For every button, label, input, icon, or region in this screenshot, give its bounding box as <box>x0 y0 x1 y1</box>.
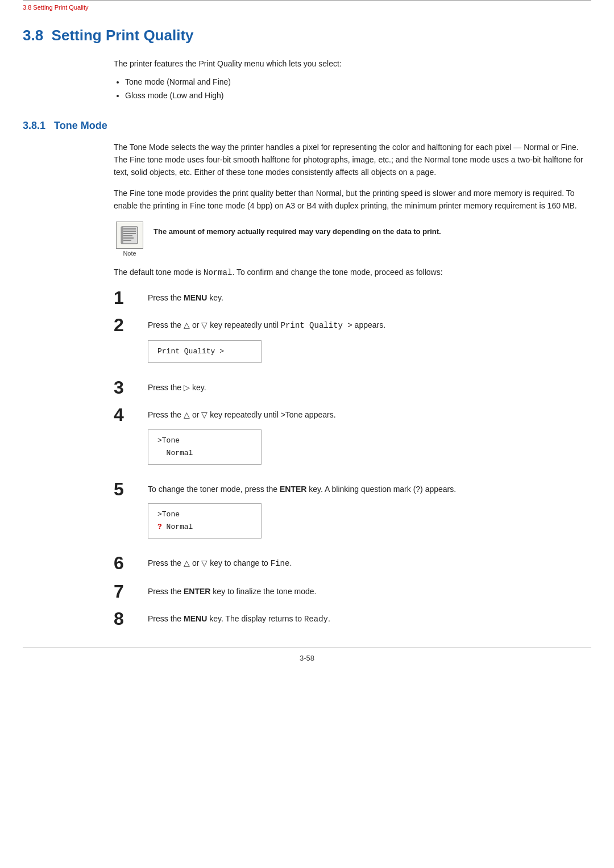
enter-bold-5: ENTER <box>280 485 306 494</box>
svg-rect-1 <box>123 228 136 229</box>
step-8-content: Press the MENU key. The display returns … <box>148 609 591 630</box>
step-7-content: Press the ENTER key to finalize the tone… <box>148 582 591 602</box>
step-4-num: 4 <box>114 405 148 425</box>
step-7-num: 7 <box>114 582 148 602</box>
blink-cursor: ? <box>157 523 162 531</box>
subsection-title-text: Tone Mode <box>54 120 107 131</box>
svg-rect-4 <box>123 235 132 236</box>
step-2-code-inline: Print Quality > <box>281 321 352 330</box>
step-2-codebox: Print Quality > <box>148 340 262 363</box>
step-5-codebox: >Tone ? Normal <box>148 503 262 539</box>
step-2-content: Press the △ or ▽ key repeatedly until Pr… <box>148 315 591 370</box>
step-8-row: 8 Press the MENU key. The display return… <box>114 609 591 630</box>
step-7-row: 7 Press the ENTER key to finalize the to… <box>114 582 591 602</box>
section-title: 3.8 Setting Print Quality <box>23 27 591 44</box>
section-number: 3.8 <box>23 27 43 44</box>
svg-rect-5 <box>123 237 134 239</box>
step-6-row: 6 Press the △ or ▽ key to change to Fine… <box>114 553 591 574</box>
tone-para2: The Fine tone mode provides the print qu… <box>114 187 591 212</box>
step-3-content: Press the ▷ key. <box>148 378 591 398</box>
step-8-ready: Ready <box>304 615 328 624</box>
note-icon-area: Note <box>114 222 146 257</box>
tone-para1: The Tone Mode selects the way the printe… <box>114 141 591 179</box>
section-title-text: Setting Print Quality <box>52 27 194 44</box>
step-6-fine: Fine <box>271 559 290 568</box>
top-rule <box>23 0 591 4</box>
step-8-num: 8 <box>114 609 148 629</box>
steps-area: 1 Press the MENU key. 2 Press the △ or ▽… <box>114 288 591 631</box>
step-8-text: Press the MENU key. The display returns … <box>148 612 591 625</box>
step-6-content: Press the △ or ▽ key to change to Fine. <box>148 553 591 574</box>
step-2-num: 2 <box>114 315 148 335</box>
step-1-num: 1 <box>114 288 148 308</box>
menu-bold: MENU <box>184 293 207 302</box>
note-label: Note <box>123 250 136 257</box>
subsection-number: 3.8.1 <box>23 120 45 131</box>
step-5-content: To change the toner mode, press the ENTE… <box>148 479 591 547</box>
page-number: 3-58 <box>0 648 614 668</box>
step-3-row: 3 Press the ▷ key. <box>114 378 591 398</box>
step-5-row: 5 To change the toner mode, press the EN… <box>114 479 591 547</box>
step-4-row: 4 Press the △ or ▽ key repeatedly until … <box>114 405 591 473</box>
note-icon-svg <box>119 224 140 246</box>
note-box: Note The amount of memory actually requi… <box>114 222 591 257</box>
subsection-content: The Tone Mode selects the way the printe… <box>114 141 591 631</box>
step-3-num: 3 <box>114 378 148 398</box>
note-text: The amount of memory actually required m… <box>154 222 441 237</box>
page: 3.8 Setting Print Quality 3.8 Setting Pr… <box>0 0 614 868</box>
svg-rect-6 <box>123 240 131 241</box>
breadcrumb: 3.8 Setting Print Quality <box>23 4 591 16</box>
enter-bold-7: ENTER <box>184 587 210 596</box>
default-para: The default tone mode is Normal. To conf… <box>114 266 591 279</box>
step-2-row: 2 Press the △ or ▽ key repeatedly until … <box>114 315 591 370</box>
step-7-text: Press the ENTER key to finalize the tone… <box>148 585 591 598</box>
step-4-content: Press the △ or ▽ key repeatedly until >T… <box>148 405 591 473</box>
list-item: Tone mode (Normal and Fine) <box>125 76 591 89</box>
step-6-num: 6 <box>114 553 148 573</box>
note-icon <box>116 222 143 249</box>
subsection-title: 3.8.1 Tone Mode <box>23 120 591 132</box>
svg-rect-3 <box>123 233 136 234</box>
list-item: Gloss mode (Low and High) <box>125 89 591 103</box>
bullet-list: Tone mode (Normal and Fine) Gloss mode (… <box>125 76 591 103</box>
step-4-text: Press the △ or ▽ key repeatedly until >T… <box>148 408 591 421</box>
intro-para: The printer features the Print Quality m… <box>114 58 591 70</box>
menu-bold-8: MENU <box>184 614 207 623</box>
svg-rect-7 <box>121 227 123 244</box>
step-1-row: 1 Press the MENU key. <box>114 288 591 308</box>
svg-rect-2 <box>123 231 136 232</box>
step-5-num: 5 <box>114 479 148 499</box>
step-1-text: Press the MENU key. <box>148 291 591 304</box>
step-3-text: Press the ▷ key. <box>148 381 591 394</box>
step-4-codebox: >Tone Normal <box>148 429 262 465</box>
intro-area: The printer features the Print Quality m… <box>114 58 591 103</box>
step-1-content: Press the MENU key. <box>148 288 591 308</box>
step-5-text: To change the toner mode, press the ENTE… <box>148 483 591 495</box>
step-2-text: Press the △ or ▽ key repeatedly until Pr… <box>148 319 591 332</box>
default-mode-inline: Normal <box>204 268 232 277</box>
step-6-text: Press the △ or ▽ key to change to Fine. <box>148 557 591 570</box>
